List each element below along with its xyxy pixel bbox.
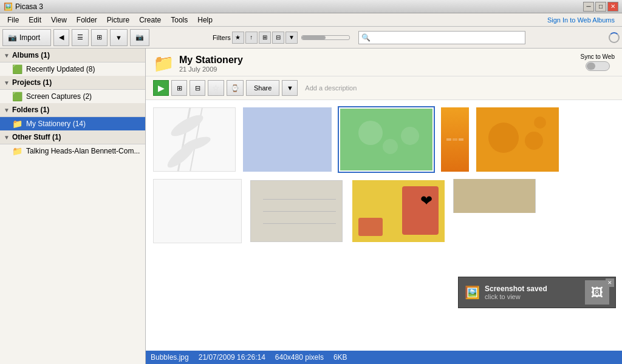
menu-edit[interactable]: Edit <box>24 15 46 25</box>
filter-slider-track[interactable] <box>301 35 350 40</box>
filter-grid[interactable]: ⊞ <box>259 32 271 44</box>
filter-minus[interactable]: ⊟ <box>272 32 284 44</box>
sidebar-item-recently-updated[interactable]: 🟩 Recently Updated (8) <box>0 62 145 76</box>
talking-heads-icon: 📁 <box>12 146 22 156</box>
menu-tools[interactable]: Tools <box>166 15 193 25</box>
albums-section-header[interactable]: ▼ Albums (1) <box>0 49 145 62</box>
sidebar-item-my-stationery[interactable]: 📁 My Stationery (14) <box>0 117 145 130</box>
sync-to-web-button[interactable]: Sync to Web <box>580 53 615 71</box>
window-controls: ─ □ ✕ <box>583 2 618 12</box>
loading-spinner <box>609 32 620 43</box>
import-button[interactable]: 📷 Import <box>2 29 51 46</box>
other-stuff-arrow: ▼ <box>4 134 10 141</box>
photo-thumb-7[interactable] <box>248 178 345 244</box>
folder-title: My Stationery <box>179 55 243 66</box>
other-stuff-section-header[interactable]: ▼ Other Stuff (1) <box>0 130 145 144</box>
app-icon: 🖼️ <box>4 2 13 11</box>
folder-info: 📁 My Stationery 21 July 2009 <box>153 53 243 73</box>
photo-thumb-6[interactable] <box>152 178 243 244</box>
menu-folder[interactable]: Folder <box>72 15 102 25</box>
close-button[interactable]: ✕ <box>607 2 618 12</box>
sidebar-item-talking-heads[interactable]: 📁 Talking Heads-Alan Bennett-Com... <box>0 144 145 158</box>
menu-create[interactable]: Create <box>134 15 166 25</box>
photo-thumb-3[interactable] <box>338 106 435 173</box>
sidebar-item-screen-captures[interactable]: 🟩 Screen Captures (2) <box>0 90 145 103</box>
folder-date: 21 July 2009 <box>179 66 243 73</box>
albums-arrow: ▼ <box>4 52 10 59</box>
menu-file[interactable]: File <box>2 15 24 25</box>
photo-thumb-1[interactable] <box>152 106 237 173</box>
menu-view[interactable]: View <box>46 15 72 25</box>
albums-section-label: Albums (1) <box>12 51 50 59</box>
projects-section-label: Projects (1) <box>12 78 52 87</box>
recently-updated-icon: 🟩 <box>12 64 22 74</box>
other-stuff-section-label: Other Stuff (1) <box>12 133 61 141</box>
signin-link[interactable]: Sign In to Web Albums <box>547 16 620 24</box>
search-box: 🔍 <box>358 31 525 44</box>
timeline-button[interactable]: ⌚ <box>227 80 244 96</box>
sidebar: ▼ Albums (1) 🟩 Recently Updated (8) ▼ Pr… <box>0 49 146 364</box>
sync-knob <box>587 62 595 70</box>
content-toolbar: ▶ ⊞ ⊟ ☆ ⌚ Share ▼ Add a description <box>146 76 622 100</box>
search-icon: 🔍 <box>359 33 373 42</box>
talking-heads-label: Talking Heads-Alan Bennett-Com... <box>26 147 140 155</box>
filter-upload[interactable]: ↑ <box>245 32 258 44</box>
search-input[interactable] <box>373 34 525 41</box>
photo-thumb-5[interactable] <box>475 106 560 173</box>
main-area: ▼ Albums (1) 🟩 Recently Updated (8) ▼ Pr… <box>0 49 622 364</box>
filter-flag[interactable]: ▼ <box>285 32 298 44</box>
add-description[interactable]: Add a description <box>305 84 357 92</box>
photo-thumb-2[interactable] <box>242 106 333 173</box>
filesize: 6KB <box>333 353 347 362</box>
folders-section-label: Folders (1) <box>12 106 49 114</box>
photo-thumb-9[interactable] <box>452 178 537 214</box>
content-header: 📁 My Stationery 21 July 2009 Sync to Web <box>146 49 622 76</box>
app-title: 🖼️ Picasa 3 <box>4 2 43 11</box>
import-icon: 📷 <box>8 33 17 42</box>
camera-button[interactable]: 📷 <box>130 29 149 46</box>
sync-label: Sync to Web <box>580 53 615 60</box>
toast-subtitle[interactable]: click to view <box>485 293 547 300</box>
toast-close-button[interactable]: ✕ <box>606 278 614 287</box>
projects-section-header[interactable]: ▼ Projects (1) <box>0 76 145 90</box>
photo-thumb-4[interactable] <box>440 106 470 173</box>
back-button[interactable]: ◀ <box>53 29 69 46</box>
screen-captures-label: Screen Captures (2) <box>26 92 92 101</box>
filters-label: Filters <box>213 34 231 41</box>
share-button[interactable]: Share <box>246 80 279 96</box>
toolbar: 📷 Import ◀ ☰ ⊞ ▼ 📷 Filters ★ ↑ ⊞ ⊟ ▼ 🔍 <box>0 27 622 49</box>
sync-toggle[interactable] <box>586 61 610 71</box>
folders-arrow: ▼ <box>4 107 10 113</box>
play-button[interactable]: ▶ <box>153 80 169 96</box>
menu-picture[interactable]: Picture <box>102 15 134 25</box>
filename: Bubbles.jpg <box>151 353 189 362</box>
dimensions: 640x480 pixels <box>275 353 324 362</box>
menubar: File Edit View Folder Picture Create Too… <box>0 13 622 27</box>
recently-updated-label: Recently Updated (8) <box>26 65 95 73</box>
svg-point-2 <box>168 111 206 140</box>
slideshow-button[interactable]: ⊞ <box>171 80 187 96</box>
filedate: 21/07/2009 16:26:14 <box>199 353 265 362</box>
my-stationery-icon: 📁 <box>12 119 22 129</box>
folders-section-header[interactable]: ▼ Folders (1) <box>0 103 145 117</box>
menu-help[interactable]: Help <box>193 15 217 25</box>
maximize-button[interactable]: □ <box>595 2 606 12</box>
view-dropdown-button[interactable]: ▼ <box>110 29 128 46</box>
list-view-button[interactable]: ☰ <box>72 29 89 46</box>
content-area: 📁 My Stationery 21 July 2009 Sync to Web… <box>146 49 622 364</box>
folder-icon: 📁 <box>153 53 174 73</box>
toast-text: Screenshot saved click to view <box>485 285 547 300</box>
minimize-button[interactable]: ─ <box>583 2 594 12</box>
star-button[interactable]: ☆ <box>208 80 224 96</box>
display-button[interactable]: ⊟ <box>190 80 205 96</box>
projects-arrow: ▼ <box>4 79 10 86</box>
my-stationery-label: My Stationery (14) <box>26 120 86 128</box>
screen-captures-icon: 🟩 <box>12 92 22 101</box>
grid-view-button[interactable]: ⊞ <box>91 29 108 46</box>
screenshot-toast[interactable]: ✕ 🖼️ Screenshot saved click to view 🖼 <box>458 277 616 308</box>
titlebar: 🖼️ Picasa 3 ─ □ ✕ <box>0 0 622 13</box>
share-dropdown-button[interactable]: ▼ <box>282 80 298 96</box>
statusbar: Bubbles.jpg 21/07/2009 16:26:14 640x480 … <box>146 351 622 364</box>
filter-star[interactable]: ★ <box>232 32 244 44</box>
photo-thumb-8[interactable]: ❤ <box>350 178 447 244</box>
